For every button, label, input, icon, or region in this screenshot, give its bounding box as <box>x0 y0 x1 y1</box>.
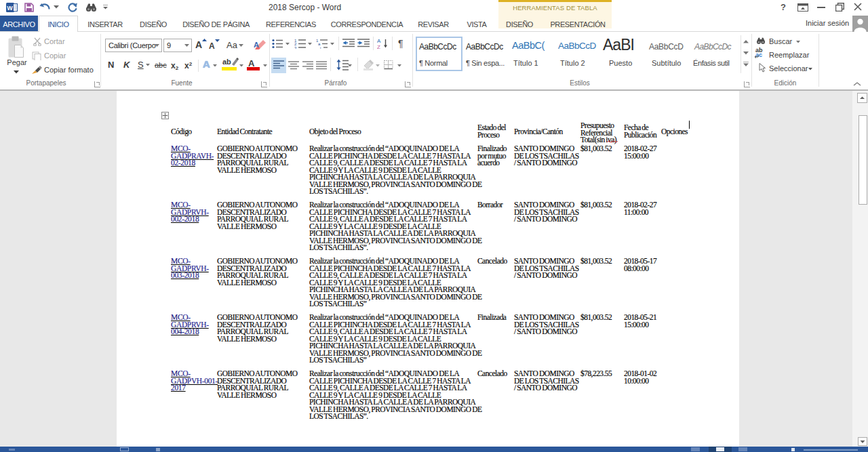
svg-text:A: A <box>254 41 259 49</box>
svg-text:W: W <box>7 5 13 12</box>
svg-text:i: i <box>320 46 321 49</box>
svg-text:3: 3 <box>294 46 297 49</box>
svg-text:Z: Z <box>377 44 380 49</box>
svg-text:A: A <box>377 38 381 44</box>
